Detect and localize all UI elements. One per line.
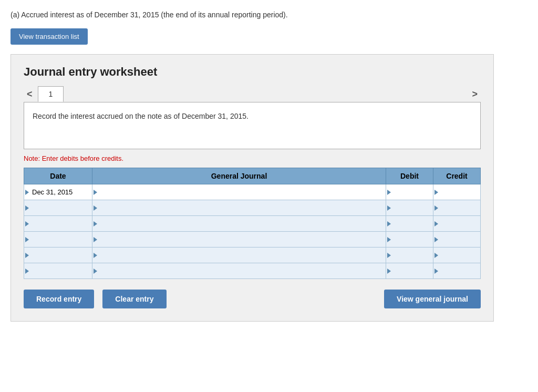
date-cell-4 xyxy=(24,232,92,247)
debit-cell-2 xyxy=(386,200,433,216)
marker-icon xyxy=(387,237,391,242)
credit-cell-4 xyxy=(433,232,481,247)
marker-icon xyxy=(94,237,97,242)
credit-input-3[interactable] xyxy=(438,219,480,229)
date-input-6[interactable] xyxy=(29,266,92,276)
marker-icon xyxy=(94,221,97,226)
credit-input-6[interactable] xyxy=(438,266,480,276)
table-row xyxy=(24,232,481,247)
credit-cell-1 xyxy=(433,184,481,200)
tab-next-button[interactable]: > xyxy=(469,87,481,102)
journal-cell-3 xyxy=(92,216,386,232)
journal-input-4[interactable] xyxy=(97,234,386,244)
marker-icon xyxy=(94,253,97,258)
journal-cell-6 xyxy=(92,263,386,279)
col-header-credit: Credit xyxy=(433,168,481,184)
clear-entry-button[interactable]: Clear entry xyxy=(102,290,166,308)
journal-cell-5 xyxy=(92,247,386,263)
credit-input-1[interactable] xyxy=(438,187,480,197)
record-entry-button[interactable]: Record entry xyxy=(24,290,94,308)
table-row xyxy=(24,247,481,263)
credit-cell-2 xyxy=(433,200,481,216)
debit-input-4[interactable] xyxy=(391,234,433,244)
marker-icon xyxy=(434,190,438,195)
debit-input-3[interactable] xyxy=(391,219,433,229)
col-header-debit: Debit xyxy=(386,168,433,184)
marker-icon xyxy=(25,221,29,226)
date-cell-5 xyxy=(24,247,92,263)
date-cell-6 xyxy=(24,263,92,279)
credit-cell-5 xyxy=(433,247,481,263)
marker-icon xyxy=(387,253,391,258)
credit-cell-6 xyxy=(433,263,481,279)
debit-cell-5 xyxy=(386,247,433,263)
table-row xyxy=(24,184,481,200)
instruction-box: Record the interest accrued on the note … xyxy=(24,102,481,149)
action-buttons: Record entry Clear entry View general jo… xyxy=(24,290,481,308)
table-row xyxy=(24,216,481,232)
table-header-row: Date General Journal Debit Credit xyxy=(24,168,481,184)
marker-icon xyxy=(387,269,391,274)
tab-1[interactable]: 1 xyxy=(38,86,64,102)
date-input-1[interactable] xyxy=(29,187,92,197)
debit-cell-6 xyxy=(386,263,433,279)
note-text: Note: Enter debits before credits. xyxy=(24,154,481,162)
col-header-date: Date xyxy=(24,168,92,184)
debit-input-2[interactable] xyxy=(391,203,433,213)
debit-cell-4 xyxy=(386,232,433,247)
debit-cell-1 xyxy=(386,184,433,200)
marker-icon xyxy=(387,205,391,211)
page-description: (a) Accrued interest as of December 31, … xyxy=(11,11,527,19)
marker-icon xyxy=(434,205,438,211)
worksheet-title: Journal entry worksheet xyxy=(24,65,481,79)
marker-icon xyxy=(94,190,97,195)
credit-input-4[interactable] xyxy=(438,234,480,244)
marker-icon xyxy=(94,269,97,274)
journal-table: Date General Journal Debit Credit xyxy=(24,168,481,279)
marker-icon xyxy=(434,221,438,226)
debit-cell-3 xyxy=(386,216,433,232)
marker-icon xyxy=(25,237,29,242)
date-input-3[interactable] xyxy=(29,219,92,229)
date-input-2[interactable] xyxy=(29,203,92,213)
journal-cell-4 xyxy=(92,232,386,247)
table-row xyxy=(24,263,481,279)
marker-icon xyxy=(25,269,29,274)
date-cell-3 xyxy=(24,216,92,232)
journal-input-2[interactable] xyxy=(97,203,386,213)
col-header-journal: General Journal xyxy=(92,168,386,184)
marker-icon xyxy=(25,190,29,195)
debit-input-5[interactable] xyxy=(391,250,433,260)
date-cell-1 xyxy=(24,184,92,200)
journal-input-6[interactable] xyxy=(97,266,386,276)
journal-input-3[interactable] xyxy=(97,219,386,229)
date-input-5[interactable] xyxy=(29,250,92,260)
marker-icon xyxy=(434,253,438,258)
marker-icon xyxy=(387,190,391,195)
marker-icon xyxy=(387,221,391,226)
journal-input-1[interactable] xyxy=(97,187,386,197)
table-row xyxy=(24,200,481,216)
credit-input-5[interactable] xyxy=(438,250,480,260)
tab-navigation: < 1 > xyxy=(24,86,481,102)
marker-icon xyxy=(94,205,97,211)
credit-cell-3 xyxy=(433,216,481,232)
tab-prev-button[interactable]: < xyxy=(24,87,36,102)
marker-icon xyxy=(25,205,29,211)
date-input-4[interactable] xyxy=(29,234,92,244)
journal-input-5[interactable] xyxy=(97,250,386,260)
marker-icon xyxy=(434,237,438,242)
journal-cell-2 xyxy=(92,200,386,216)
debit-input-6[interactable] xyxy=(391,266,433,276)
worksheet-container: Journal entry worksheet < 1 > Record the… xyxy=(11,54,494,322)
debit-input-1[interactable] xyxy=(391,187,433,197)
date-cell-2 xyxy=(24,200,92,216)
view-general-journal-button[interactable]: View general journal xyxy=(384,290,481,308)
view-transactions-button[interactable]: View transaction list xyxy=(11,28,88,45)
credit-input-2[interactable] xyxy=(438,203,480,213)
marker-icon xyxy=(434,269,438,274)
marker-icon xyxy=(25,253,29,258)
journal-cell-1 xyxy=(92,184,386,200)
